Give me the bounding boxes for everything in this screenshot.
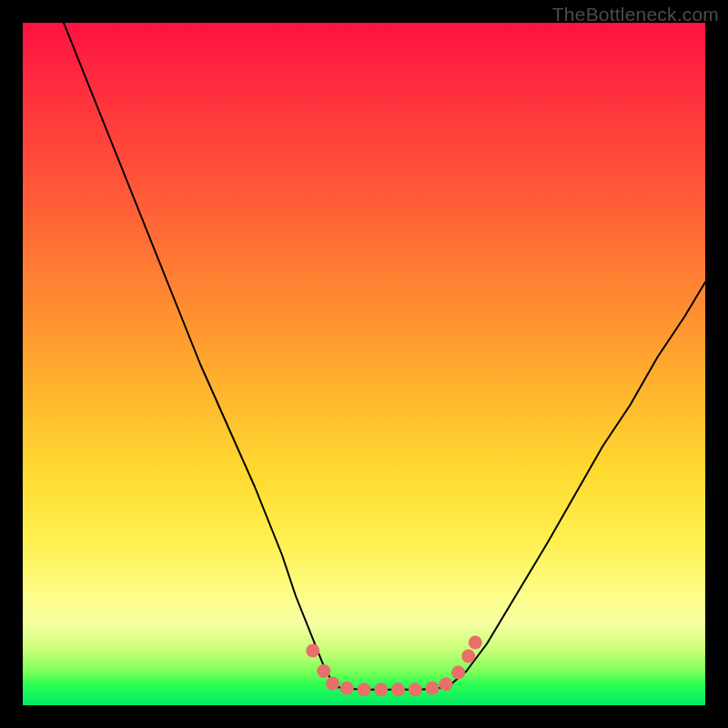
plot-area xyxy=(23,23,705,705)
valley-marker xyxy=(461,650,475,663)
valley-marker xyxy=(317,664,330,678)
valley-marker xyxy=(326,677,339,691)
valley-marker xyxy=(451,666,465,680)
bottleneck-curve xyxy=(64,23,705,690)
valley-marker xyxy=(409,682,422,696)
curve-svg xyxy=(23,23,705,705)
valley-marker xyxy=(306,644,319,658)
valley-marker xyxy=(391,682,405,696)
line-series xyxy=(64,23,705,690)
valley-marker xyxy=(358,682,371,696)
valley-marker xyxy=(469,636,482,650)
valley-marker xyxy=(440,677,453,691)
watermark-text: TheBottleneck.com xyxy=(552,4,719,25)
chart-frame: TheBottleneck.com xyxy=(0,0,728,728)
valley-marker xyxy=(374,682,388,696)
marker-series xyxy=(306,636,482,697)
valley-marker xyxy=(340,682,354,695)
valley-marker xyxy=(426,682,440,695)
